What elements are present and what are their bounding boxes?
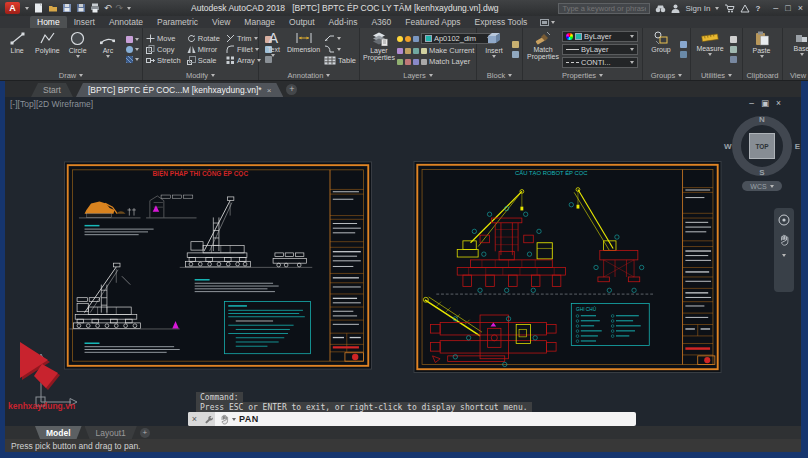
panel-label-block[interactable]: Block <box>477 70 522 80</box>
layout1-tab[interactable]: Layout1 <box>85 426 137 439</box>
redo-icon[interactable]: ↷ <box>116 4 124 13</box>
ribbon-tab-manage[interactable]: Manage <box>237 16 282 28</box>
undo-icon[interactable]: ↶ <box>104 4 112 13</box>
line-button[interactable]: Line <box>3 29 31 70</box>
file-tab-start[interactable]: Start <box>31 83 73 97</box>
match-layer-button[interactable]: Match Layer <box>429 57 470 66</box>
sign-in-label[interactable]: Sign In <box>685 4 710 13</box>
new-tab-button[interactable]: + <box>286 84 297 95</box>
table-tool[interactable]: Table <box>324 56 356 65</box>
multileader-tool[interactable] <box>324 45 356 53</box>
linetype-combo[interactable]: CONTI... <box>562 57 638 68</box>
base-button[interactable]: Base <box>786 29 808 70</box>
viewport-controls[interactable]: [-][Top][2D Wireframe] <box>10 99 93 109</box>
panel-label-utilities[interactable]: Utilities <box>691 70 742 80</box>
ribbon-tab-a360[interactable]: A360 <box>364 16 398 28</box>
circle-button[interactable]: Circle <box>64 29 92 70</box>
ribbon-tab-annotate[interactable]: Annotate <box>102 16 150 28</box>
command-customize-icon[interactable] <box>201 412 215 426</box>
ribbon-tab-parametric[interactable]: Parametric <box>150 16 205 28</box>
close-button[interactable]: × <box>798 4 803 13</box>
insert-button[interactable]: Insert <box>480 29 508 70</box>
viewcube-east[interactable]: E <box>795 142 800 151</box>
block-attributes-icon[interactable] <box>512 51 519 58</box>
model-space-canvas[interactable]: [-][Top][2D Wireframe] – ▣ × BIỆN PHÁP T… <box>5 97 801 426</box>
cart-icon[interactable] <box>724 4 735 13</box>
ellipse-tool[interactable] <box>126 46 139 53</box>
viewcube-west[interactable]: W <box>724 142 732 151</box>
stretch-button[interactable]: Stretch <box>146 56 181 65</box>
model-tab[interactable]: Model <box>35 426 82 439</box>
scale-button[interactable]: Scale <box>187 56 220 65</box>
text-button[interactable]: A Text <box>262 29 285 70</box>
ungroup-icon[interactable] <box>680 41 687 48</box>
panel-label-view[interactable]: View <box>783 70 808 80</box>
pan-hand-icon[interactable] <box>779 234 790 246</box>
lineweight-combo[interactable]: ByLayer <box>562 44 638 55</box>
new-layout-button[interactable]: + <box>140 428 150 438</box>
panel-label-annotation[interactable]: Annotation <box>259 70 359 80</box>
group-edit-icon[interactable] <box>680 51 687 58</box>
layer-freeze-icon[interactable] <box>405 48 411 54</box>
sign-in-chevron-icon[interactable] <box>715 7 719 10</box>
panel-label-draw[interactable]: Draw <box>0 70 142 80</box>
layer-on-icon[interactable] <box>397 36 403 42</box>
layer-off-icon[interactable] <box>397 48 403 54</box>
point-icon[interactable] <box>730 56 737 63</box>
viewcube-north[interactable]: N <box>759 115 765 124</box>
panel-label-modify[interactable]: Modify <box>143 70 258 80</box>
plot-icon[interactable] <box>90 3 100 13</box>
viewcube[interactable]: N S W E TOP <box>732 116 792 176</box>
panel-label-layers[interactable]: Layers <box>360 70 476 80</box>
app-menu-chevron-icon[interactable] <box>25 7 29 10</box>
array-button[interactable]: Array <box>226 56 261 65</box>
layer-unlock-icon[interactable] <box>397 59 403 65</box>
save-icon[interactable] <box>62 3 72 13</box>
layer-thaw-icon[interactable] <box>405 36 411 42</box>
paste-button[interactable]: Paste <box>746 29 777 70</box>
doc-close-button[interactable]: × <box>776 98 781 108</box>
navbar-more-chevron-icon[interactable] <box>782 254 786 257</box>
ribbon-tab-featured-apps[interactable]: Featured Apps <box>398 16 467 28</box>
doc-minimize-button[interactable]: – <box>749 98 754 108</box>
a360-icon[interactable] <box>740 4 750 13</box>
restore-button[interactable]: □ <box>785 4 790 13</box>
command-close-icon[interactable]: × <box>188 412 201 426</box>
layer-properties-button[interactable]: Layer Properties <box>363 29 395 70</box>
measure-button[interactable]: Measure <box>694 29 726 70</box>
layer-walk-icon[interactable] <box>405 59 411 65</box>
minimize-button[interactable]: – <box>773 4 778 13</box>
ribbon-tab-insert[interactable]: Insert <box>67 16 102 28</box>
layer-isolate-icon[interactable] <box>413 36 419 42</box>
ribbon-display-toggle[interactable] <box>540 19 555 28</box>
fillet-button[interactable]: Fillet <box>226 45 261 54</box>
wcs-dropdown[interactable]: WCS <box>742 181 782 191</box>
command-input-bar[interactable]: × PAN <box>188 412 636 426</box>
edit-block-icon[interactable] <box>512 41 519 48</box>
steering-wheel-icon[interactable] <box>778 214 790 226</box>
move-button[interactable]: Move <box>146 34 181 43</box>
rotate-button[interactable]: Rotate <box>187 34 220 43</box>
left-drawing-sheet[interactable]: BIỆN PHÁP THI CÔNG ÉP CỌC <box>64 161 372 370</box>
save-as-icon[interactable] <box>76 3 86 13</box>
viewcube-south[interactable]: S <box>759 168 764 177</box>
layer-lock-icon[interactable] <box>413 48 419 54</box>
user-icon[interactable] <box>671 4 680 13</box>
copy-button[interactable]: Copy <box>146 45 181 54</box>
object-color-combo[interactable]: ByLayer <box>562 31 638 42</box>
mirror-button[interactable]: Mirror <box>187 45 220 54</box>
match-properties-button[interactable]: Match Properties <box>526 29 560 70</box>
autocad-logo-icon[interactable]: A <box>5 2 20 14</box>
search-binoculars-icon[interactable] <box>655 4 666 13</box>
panel-label-properties[interactable]: Properties <box>523 70 642 80</box>
file-tab-drawing[interactable]: [BPTC] BPTC ÉP COC...M [kenhxaydung.vn]*… <box>76 83 283 97</box>
polyline-button[interactable]: Polyline <box>33 29 61 70</box>
viewcube-top-face[interactable]: TOP <box>749 133 775 159</box>
qat-customize-chevron-icon[interactable] <box>127 7 131 10</box>
panel-label-clipboard[interactable]: Clipboard <box>743 70 782 80</box>
ribbon-tab-express-tools[interactable]: Express Tools <box>468 16 535 28</box>
group-button[interactable]: Group <box>646 29 676 70</box>
right-drawing-sheet[interactable]: CẤU TẠO ROBOT ÉP CỌC <box>413 161 722 373</box>
ribbon-tab-output[interactable]: Output <box>282 16 322 28</box>
quick-select-icon[interactable] <box>730 36 737 43</box>
